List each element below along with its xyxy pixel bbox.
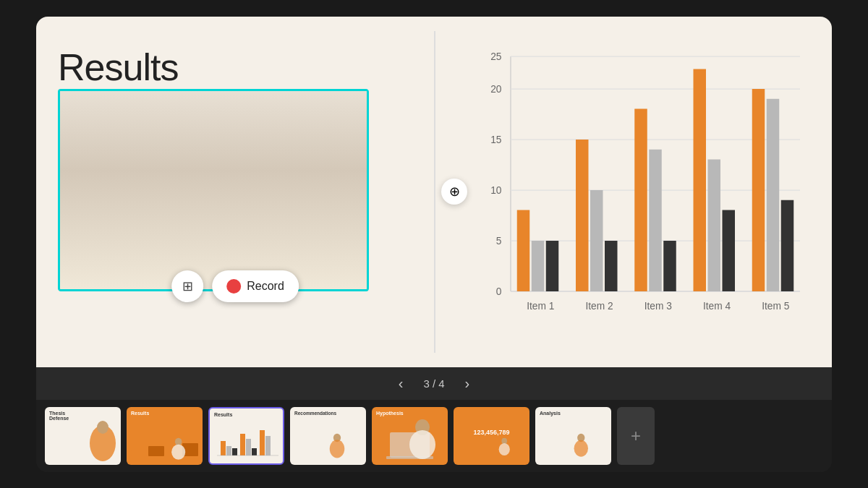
svg-rect-54 <box>246 439 251 455</box>
svg-rect-51 <box>226 446 231 455</box>
svg-rect-50 <box>221 441 226 455</box>
slide-right: ⊕ 0 5 <box>435 17 832 367</box>
slide-counter: 3 / 4 <box>423 377 444 390</box>
svg-point-48 <box>175 437 182 445</box>
svg-point-68 <box>574 440 588 456</box>
svg-rect-39 <box>767 98 780 291</box>
svg-text:15: 15 <box>490 134 502 145</box>
svg-rect-57 <box>265 436 271 455</box>
svg-point-49 <box>171 444 185 459</box>
add-slide-button[interactable]: + <box>617 407 655 465</box>
thumb-4-figure <box>323 429 366 465</box>
svg-rect-38 <box>752 89 765 291</box>
svg-text:20: 20 <box>490 84 502 95</box>
svg-text:25: 25 <box>490 51 502 62</box>
svg-text:Item 3: Item 3 <box>644 301 673 312</box>
move-cursor-icon[interactable]: ⊕ <box>441 179 467 205</box>
svg-rect-55 <box>252 448 257 455</box>
svg-text:5: 5 <box>496 236 502 247</box>
thumbnail-5[interactable]: Hypothesis <box>372 407 448 465</box>
svg-rect-28 <box>546 241 559 291</box>
next-slide-button[interactable]: › <box>459 372 476 395</box>
record-indicator <box>226 279 241 294</box>
thumbnail-7[interactable]: Analysis <box>535 407 611 465</box>
main-area: Results <box>36 17 832 367</box>
thumb-1-figure <box>45 407 121 465</box>
thumb-5-figure <box>372 407 448 465</box>
chart-area: ⊕ 0 5 <box>457 38 817 346</box>
thumb-6-figure <box>493 432 529 465</box>
prev-slide-button[interactable]: ‹ <box>393 372 409 395</box>
thumbnail-1[interactable]: ThesisDefense <box>45 407 121 465</box>
thumbnails-bar: ThesisDefense Results Results <box>36 400 832 472</box>
bar-chart: 0 5 10 15 20 25 <box>457 38 817 346</box>
svg-point-60 <box>330 440 345 458</box>
svg-point-47 <box>97 421 109 434</box>
record-button[interactable]: Record <box>212 270 299 302</box>
slide-canvas: Results <box>36 17 832 367</box>
svg-text:Item 1: Item 1 <box>527 301 554 312</box>
svg-rect-56 <box>260 430 265 455</box>
slide-left: Results <box>36 17 434 367</box>
svg-rect-33 <box>649 149 662 291</box>
app-container: Results <box>36 17 832 472</box>
svg-text:0: 0 <box>496 286 502 297</box>
svg-text:Item 5: Item 5 <box>762 301 790 312</box>
svg-rect-30 <box>590 190 603 291</box>
thumb-3-chart <box>210 408 284 465</box>
svg-rect-36 <box>708 159 721 291</box>
thumb-2-figure <box>166 432 203 465</box>
svg-rect-26 <box>517 210 530 291</box>
thumbnail-6[interactable]: 123,456,789 <box>454 407 529 465</box>
svg-text:Item 2: Item 2 <box>585 301 613 312</box>
svg-text:Item 4: Item 4 <box>703 301 731 312</box>
thumbnail-4[interactable]: Recommendations <box>290 407 366 465</box>
thumb-7-figure <box>568 429 611 465</box>
svg-rect-37 <box>723 210 736 291</box>
svg-rect-34 <box>663 241 676 291</box>
svg-rect-27 <box>532 241 545 291</box>
webcam-overlay <box>58 89 369 291</box>
svg-rect-31 <box>605 241 618 291</box>
svg-rect-40 <box>781 200 794 291</box>
svg-point-66 <box>499 442 510 455</box>
svg-rect-32 <box>634 108 647 291</box>
webcam-feed <box>60 91 367 289</box>
thumbnail-2[interactable]: Results <box>127 407 203 465</box>
svg-rect-53 <box>240 434 245 455</box>
svg-rect-52 <box>232 448 237 455</box>
room-background <box>60 91 367 289</box>
bottom-nav: ‹ 3 / 4 › <box>36 367 832 400</box>
webcam-controls: ⊞ Record <box>171 270 299 302</box>
expand-button[interactable]: ⊞ <box>171 270 203 302</box>
svg-text:10: 10 <box>490 185 502 196</box>
thumbnail-3[interactable]: Results <box>208 407 284 465</box>
expand-icon: ⊞ <box>182 278 193 294</box>
svg-rect-35 <box>694 69 707 291</box>
slide-title: Results <box>58 46 412 89</box>
svg-rect-29 <box>576 140 589 291</box>
record-label: Record <box>247 280 284 293</box>
svg-point-64 <box>409 430 435 459</box>
